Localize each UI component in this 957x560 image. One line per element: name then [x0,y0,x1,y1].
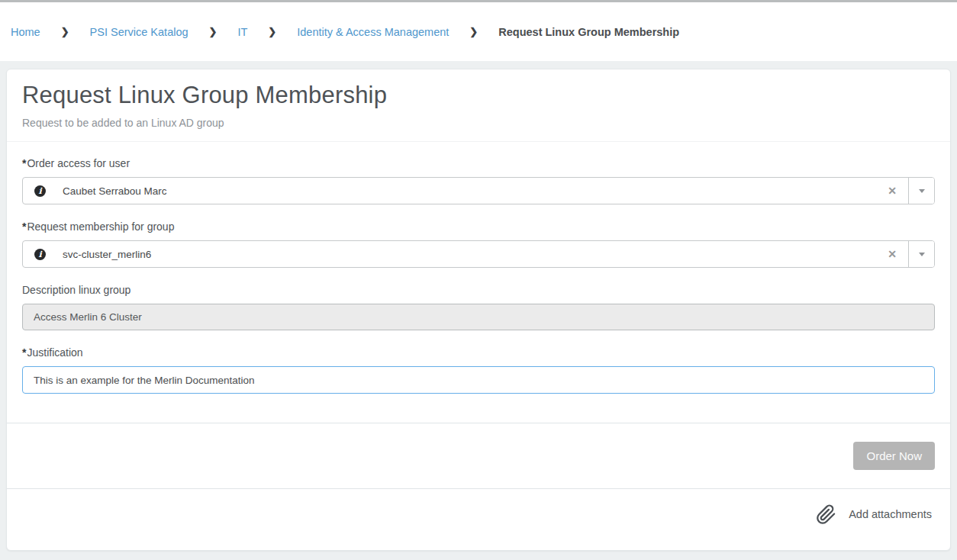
chevron-down-icon [919,253,925,256]
field-label-text: Justification [27,346,82,359]
field-label-text: Order access for user [27,157,130,169]
field-label-text: Description linux group [22,284,130,296]
info-icon[interactable]: i [34,249,46,260]
required-marker: * [22,157,26,169]
breadcrumb-link-it[interactable]: IT [237,26,247,38]
field-label: *Justification [22,346,935,359]
card-header: Request Linux Group Membership Request t… [7,69,950,142]
chevron-down-icon [919,189,925,193]
clear-icon[interactable]: ✕ [876,248,908,260]
group-dropdown-button[interactable] [909,241,934,267]
breadcrumb: Home ❯ PSI Service Katalog ❯ IT ❯ Identi… [0,2,957,61]
user-dropdown-button[interactable] [909,178,934,204]
page-content: Request Linux Group Membership Request t… [0,61,957,560]
field-order-access-for-user: *Order access for user i Caubet Serrabou… [22,157,935,204]
order-action-row: Order Now [7,423,950,488]
field-request-membership-for-group: *Request membership for group i svc-clus… [22,220,935,268]
order-now-button[interactable]: Order Now [853,442,935,470]
field-justification: *Justification [22,346,935,394]
paperclip-icon[interactable] [816,504,836,525]
required-marker: * [22,346,26,359]
required-marker: * [22,220,26,233]
clear-icon[interactable]: ✕ [876,185,908,197]
chevron-right-icon: ❯ [209,26,218,37]
request-form: *Order access for user i Caubet Serrabou… [7,142,950,394]
selected-user-value: Caubet Serrabou Marc [63,185,876,197]
selected-group-value: svc-cluster_merlin6 [63,249,876,260]
field-label-text: Request membership for group [27,220,174,233]
justification-input[interactable] [22,366,935,394]
field-label: Description linux group [22,284,935,296]
breadcrumb-link-home[interactable]: Home [11,26,40,38]
breadcrumb-trail: Home ❯ PSI Service Katalog ❯ IT ❯ Identi… [11,26,679,38]
field-label: *Order access for user [22,157,935,169]
chevron-right-icon: ❯ [61,26,69,37]
breadcrumb-current-page: Request Linux Group Membership [498,26,679,38]
chevron-right-icon: ❯ [268,26,276,37]
user-reference-select[interactable]: i Caubet Serrabou Marc ✕ [22,177,935,204]
add-attachments-link[interactable]: Add attachments [849,508,932,520]
field-description-linux-group: Description linux group [22,284,935,330]
field-label: *Request membership for group [22,220,935,233]
group-reference-select[interactable]: i svc-cluster_merlin6 ✕ [22,240,935,268]
attachments-row: Add attachments [7,488,950,550]
description-linux-group-input [22,304,935,330]
page-subtitle: Request to be added to an Linux AD group [22,117,935,129]
chevron-right-icon: ❯ [469,26,478,37]
breadcrumb-link-identity-access-management[interactable]: Identity & Access Management [297,26,449,38]
breadcrumb-link-psi-service-katalog[interactable]: PSI Service Katalog [90,26,188,38]
info-icon[interactable]: i [34,185,46,197]
catalog-item-card: Request Linux Group Membership Request t… [6,69,951,551]
page-title: Request Linux Group Membership [22,82,935,109]
